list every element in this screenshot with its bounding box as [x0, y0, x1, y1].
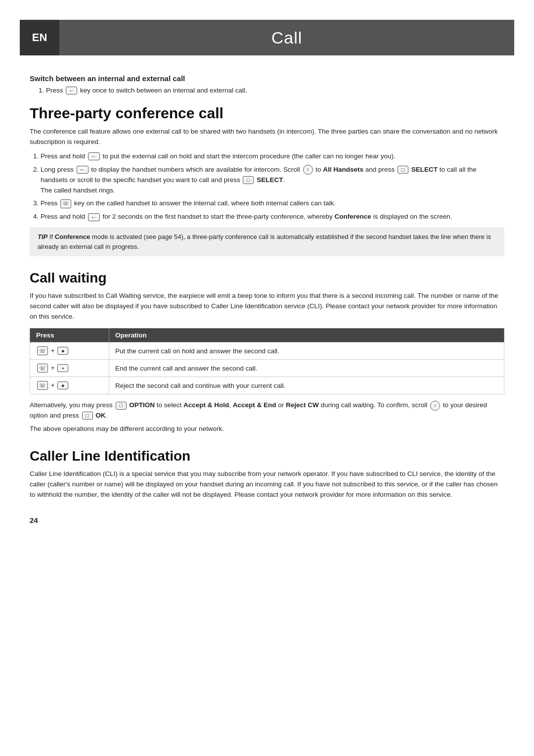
- step-4: Press and hold ← for 2 seconds on the fi…: [41, 212, 504, 222]
- three-party-steps: Press and hold ← to put the external cal…: [41, 151, 504, 223]
- table-op-cell-3: Reject the second call and continue with…: [109, 377, 504, 394]
- reject-key-row3: ●: [57, 381, 68, 389]
- call-waiting-footer2: The above operations may be different ac…: [30, 424, 504, 434]
- table-key-cell-3: ☏ + ●: [30, 377, 109, 394]
- switch-step1-rest: key once to switch between an internal a…: [80, 87, 247, 94]
- switch-step1: 1. Press ← key once to switch between an…: [39, 86, 504, 96]
- ok-key-icon: □: [82, 412, 93, 420]
- table-key-cell-2: ☏ + •: [30, 360, 109, 377]
- plus-sign-2: +: [51, 364, 57, 372]
- plus-sign-3: +: [51, 381, 57, 389]
- table-op-cell-2: End the current call and answer the seco…: [109, 360, 504, 377]
- step-2: Long press ← to display the handset numb…: [41, 165, 504, 196]
- long-press-label: Long press: [41, 166, 74, 173]
- table-key-cell-1: ☏ + ●: [30, 342, 109, 360]
- press-and-hold2-label: Press and hold: [41, 213, 85, 220]
- three-party-intro: The conference call feature allows one e…: [30, 127, 504, 147]
- phone-key2-icon: ←: [88, 213, 100, 221]
- language-badge: EN: [20, 20, 59, 55]
- end-key-row2: •: [57, 364, 68, 372]
- scroll-icon: ↕: [303, 165, 313, 175]
- page-number: 24: [30, 516, 504, 524]
- table-row: ☏ + ● Reject the second call and continu…: [30, 377, 504, 394]
- call-waiting-heading: Call waiting: [30, 270, 504, 286]
- option-key-icon: □: [116, 402, 127, 410]
- call-waiting-footer1: Alternatively, you may press □ OPTION to…: [30, 400, 504, 421]
- speaker-icon-row1: ☏: [37, 346, 48, 355]
- table-op-cell-1: Put the current call on hold and answer …: [109, 342, 504, 360]
- table-col1-header: Press: [30, 329, 109, 342]
- three-party-heading: Three-party conference call: [30, 105, 504, 122]
- switch-heading: Switch between an internal and external …: [30, 74, 504, 83]
- page-content: Switch between an internal and external …: [0, 55, 534, 544]
- speaker-icon-row3: ☏: [37, 381, 48, 390]
- press-speaker-label: Press: [41, 199, 58, 207]
- plus-sign-1: +: [51, 347, 57, 354]
- select-key2-icon: □: [243, 176, 254, 184]
- select-key-icon: □: [398, 166, 408, 174]
- scroll-icon-2: ↕: [430, 401, 440, 411]
- call-waiting-table: Press Operation ☏ + ● Put the current ca…: [30, 328, 504, 394]
- speaker-icon-row2: ☏: [37, 364, 48, 373]
- speaker-key-icon: ☏: [60, 199, 71, 208]
- page-header: EN Call: [20, 20, 514, 55]
- flash-key-icon: ←: [66, 87, 77, 94]
- phone-hold-key-icon: ←: [88, 152, 100, 160]
- step-1: Press and hold ← to put the external cal…: [41, 151, 504, 162]
- tip-label: TIP: [38, 233, 47, 240]
- switch-section: Switch between an internal and external …: [30, 74, 504, 96]
- hold-key-row1: ●: [57, 347, 68, 355]
- step-3: Press ☏ key on the called handset to ans…: [41, 198, 504, 209]
- table-col2-header: Operation: [109, 329, 504, 342]
- cli-heading: Caller Line Identification: [30, 448, 504, 464]
- phone-long-press-key-icon: ←: [77, 166, 89, 174]
- tip-text: If Conference mode is activated (see pag…: [38, 233, 491, 250]
- page-title: Call: [59, 20, 514, 55]
- press-and-hold-label: Press and hold: [41, 152, 85, 160]
- table-row: ☏ + ● Put the current call on hold and a…: [30, 342, 504, 360]
- press-label: Press: [46, 87, 63, 94]
- table-row: ☏ + • End the current call and answer th…: [30, 360, 504, 377]
- cli-text: Caller Line Identification (CLI) is a sp…: [30, 469, 504, 500]
- call-waiting-intro: If you have subscribed to Call Waiting s…: [30, 291, 504, 322]
- tip-box: TIP If Conference mode is activated (see…: [30, 227, 504, 256]
